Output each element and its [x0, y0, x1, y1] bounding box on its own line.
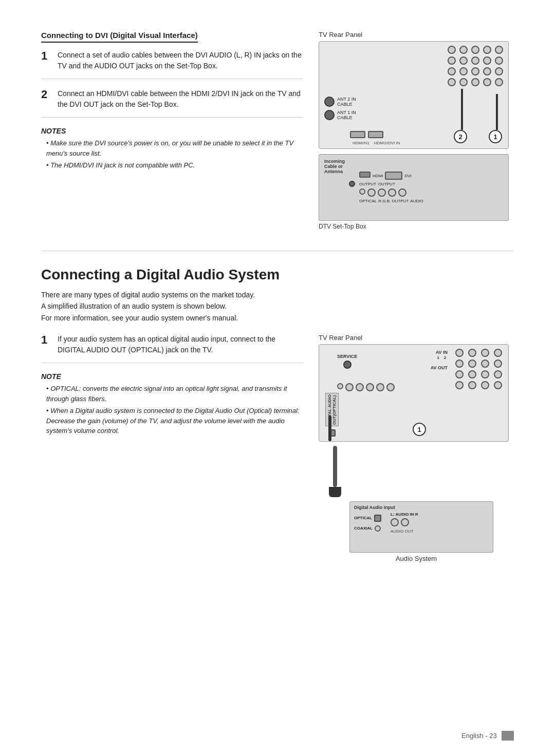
dvi-note-1: Make sure the DVI source's power is on, … — [46, 138, 303, 158]
port — [455, 349, 464, 357]
service-label: SERVICE — [337, 354, 357, 359]
tv-rear-panel-diagram-audio: AV IN1 2 AV OUT SERVICE DIGITAL AUDIOOUT… — [319, 344, 509, 442]
port — [448, 67, 456, 75]
tv-rear-panel-diagram-dvi: HDMI/N1 HDMI2/DVI IN ANT 2 INCABLE ANT 1… — [319, 41, 509, 149]
audio-note-2: When a Digital audio system is connected… — [46, 406, 303, 436]
step-badge-1-audio: 1 — [413, 423, 426, 436]
service-port — [343, 361, 351, 369]
hdmi-port-2 — [368, 131, 383, 138]
port — [386, 383, 395, 391]
audio-notes: NOTE OPTICAL: converts the electric sign… — [41, 372, 303, 436]
port-yellow — [471, 78, 479, 86]
coaxial-label: COAXIAL — [354, 526, 373, 531]
hdmi-text: HDMI — [373, 174, 383, 178]
dtv-ant-port — [349, 181, 355, 187]
port-white — [468, 360, 476, 368]
ant2-port — [324, 110, 335, 120]
port-white — [483, 78, 491, 86]
ant1-row: ANT 2 INCABLE — [324, 97, 356, 107]
port — [459, 56, 468, 65]
audio-section-title-area: Connecting a Digital Audio System There … — [41, 267, 514, 324]
port — [448, 78, 456, 86]
output-text-2: OUTPUT — [378, 182, 395, 186]
optical-coaxial-group: OPTICAL COAXIAL — [354, 515, 381, 532]
dtv-bottom-ports — [359, 188, 423, 197]
tv-rear-panel-label-audio: TV Rear Panel — [319, 334, 514, 342]
port-yellow — [468, 381, 476, 389]
audio-out-label: AUDIO OUT — [391, 529, 418, 534]
connector-grid-top — [448, 46, 504, 86]
port-red — [495, 46, 503, 54]
page-number-badge — [502, 731, 514, 741]
dvi-note-2: The HDMI/DVI IN jack is not compatible w… — [46, 160, 303, 171]
video-row — [337, 383, 395, 391]
dtv-dvi-port — [385, 172, 402, 180]
optical-label: OPTICAL — [359, 199, 377, 203]
step-1-number: 1 — [41, 50, 52, 71]
ant1-label: ANT 2 INCABLE — [337, 97, 356, 107]
port — [459, 67, 468, 75]
step-2-number: 2 — [41, 88, 52, 110]
port-white — [481, 381, 489, 389]
lr-ports — [391, 518, 418, 526]
audio-note-1: OPTICAL: converts the electric signal in… — [46, 384, 303, 404]
dvi-notes-title: NOTES — [41, 127, 303, 135]
ant2-label: ANT 1 INCABLE — [337, 110, 356, 120]
audio-step-1-text: If your audio system has an optical digi… — [58, 334, 303, 355]
optical-cable-end — [328, 415, 331, 441]
cable-v1 — [496, 94, 498, 130]
hdmi-port-1 — [350, 131, 365, 138]
audio-step-1-number: 1 — [41, 334, 52, 355]
dvi-section: Connecting to DVI (Digital Visual Interf… — [41, 31, 514, 230]
ant2-row: ANT 1 INCABLE — [324, 110, 356, 120]
tv-rear-panel-label-dvi: TV Rear Panel — [319, 31, 514, 39]
dtv-label: DTV Set-Top Box — [319, 223, 514, 230]
port — [376, 383, 384, 391]
optical-label-as: OPTICAL — [354, 516, 372, 520]
port-white — [483, 67, 491, 75]
step-badge-1-dvi: 1 — [489, 130, 502, 143]
port-red — [481, 360, 489, 368]
step-1-text: Connect a set of audio cables between th… — [58, 50, 303, 71]
hdmi-ports — [350, 131, 383, 138]
port-white — [483, 46, 491, 54]
dvi-heading: Connecting to DVI (Digital Visual Interf… — [41, 31, 198, 43]
antenna-ports: ANT 2 INCABLE ANT 1 INCABLE — [324, 97, 356, 120]
port — [459, 46, 468, 54]
port — [459, 78, 468, 86]
audio-system-caption: Audio System — [319, 555, 514, 562]
dvi-instructions: Connecting to DVI (Digital Visual Interf… — [41, 31, 303, 230]
dtv-input-ports: HDMI DVI OUTPUT OUTPUT — [359, 172, 423, 203]
port-red — [495, 67, 503, 75]
audio-system-box: Digital Audio Input OPTICAL COAXIAL — [349, 501, 493, 553]
port-red — [495, 78, 503, 86]
cable-v2 — [461, 89, 463, 130]
r-port — [401, 518, 409, 526]
page-number-text: English - 23 — [461, 732, 497, 740]
port-yellow — [471, 67, 479, 75]
audio-out-ports: L: AUDIO IN R AUDIO OUT — [391, 512, 418, 534]
port — [367, 188, 376, 197]
port — [455, 360, 464, 368]
port — [448, 46, 456, 54]
rgb-label: R.G.B. OUTPUT — [378, 199, 409, 203]
port — [398, 188, 406, 197]
hdmi-label: HDMI/N1 HDMI2/DVI IN — [353, 141, 400, 145]
audio-diagram-area: TV Rear Panel — [319, 334, 514, 562]
port-sm — [359, 188, 365, 195]
dtv-output-row: OUTPUT OUTPUT — [359, 182, 423, 186]
audio-label: AUDIO — [410, 199, 423, 203]
port — [378, 188, 386, 197]
port — [494, 360, 502, 368]
port-yellow — [468, 370, 476, 379]
intro-line-3: For more information, see your audio sys… — [41, 314, 238, 322]
port-yellow — [481, 349, 489, 357]
page-number-area: English - 23 — [461, 731, 514, 741]
port — [494, 349, 502, 357]
step-badge-2-dvi: 2 — [454, 130, 467, 143]
port-yellow — [471, 56, 479, 65]
port-white — [481, 370, 489, 379]
port — [468, 349, 476, 357]
dtv-box-diagram: IncomingCable orAntenna HDMI DVI OUTPUT … — [319, 154, 509, 221]
intro-line-1: There are many types of digital audio sy… — [41, 291, 255, 299]
